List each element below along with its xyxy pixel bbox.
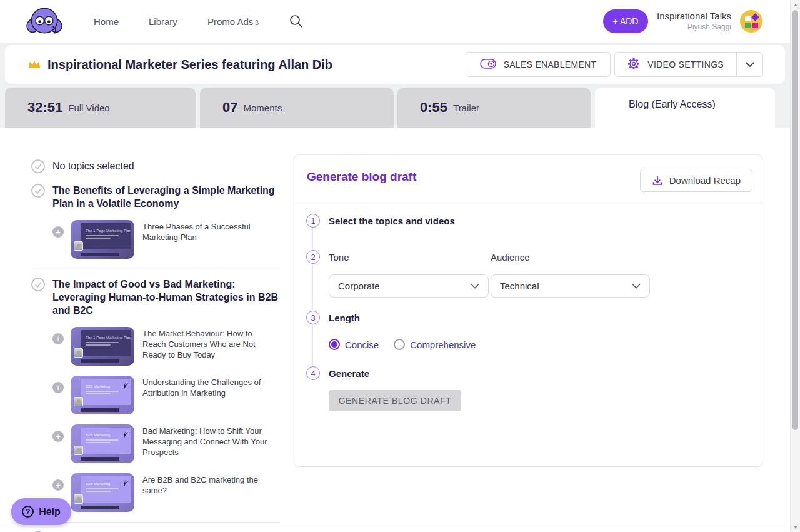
nav-links: Home Library Promo Adsβ bbox=[94, 16, 259, 27]
tone-select-value: Corporate bbox=[338, 281, 380, 291]
thumbnail-slide-line bbox=[86, 488, 119, 489]
video-thumbnail[interactable]: The 1-Page Marketing Plan bbox=[71, 220, 134, 259]
tab-moments[interactable]: 07 Moments bbox=[200, 88, 394, 128]
video-thumbnail[interactable]: B2B Marketing bbox=[71, 473, 134, 512]
tab-trailer[interactable]: 0:55 Trailer bbox=[398, 88, 591, 128]
thumbnail-banner bbox=[81, 457, 119, 461]
topic-check-icon[interactable] bbox=[31, 278, 45, 291]
download-icon bbox=[652, 175, 663, 186]
video-settings-button[interactable]: VIDEO SETTINGS bbox=[615, 53, 736, 76]
avatar[interactable] bbox=[740, 10, 762, 33]
tab-full-video-duration: 32:51 bbox=[28, 99, 62, 116]
generate-blog-draft-button[interactable]: GENERATE BLOG DRAFT bbox=[329, 390, 461, 411]
thumbnail-slide: The 1-Page Marketing Plan bbox=[81, 330, 131, 356]
tone-select[interactable]: Corporate bbox=[329, 274, 489, 298]
step-2-badge: 2 bbox=[306, 250, 320, 264]
video-settings-chevron-button[interactable] bbox=[736, 53, 762, 76]
toggle-icon bbox=[480, 59, 496, 71]
nav-library[interactable]: Library bbox=[149, 16, 178, 27]
card-title: Generate blog draft bbox=[307, 170, 416, 184]
beta-badge: β bbox=[255, 19, 259, 26]
thumbnail-slide-line bbox=[86, 344, 111, 346]
download-recap-label: Download Recap bbox=[669, 175, 741, 186]
search-icon[interactable] bbox=[289, 14, 304, 29]
add-video-button[interactable]: + bbox=[52, 382, 64, 393]
chevron-down-icon bbox=[632, 283, 641, 289]
lightning-icon bbox=[121, 478, 129, 486]
avatar-square-purple bbox=[751, 13, 759, 21]
thumbnail-slide-line bbox=[86, 238, 111, 239]
scrollbar: ▲ ▼ bbox=[790, 0, 800, 532]
step-3-badge: 3 bbox=[306, 311, 320, 324]
topic-header: The Benefits of Leveraging a Simple Mark… bbox=[31, 184, 294, 210]
topic-divider bbox=[31, 269, 280, 269]
video-item: +B2B MarketingBad Marketing: How to Shif… bbox=[31, 424, 294, 463]
thumbnail-slide-line bbox=[86, 342, 119, 343]
audience-label: Audience bbox=[491, 252, 530, 263]
question-mark-icon: ? bbox=[22, 506, 34, 518]
add-video-button[interactable]: + bbox=[52, 226, 64, 238]
video-item: +The 1-Page Marketing PlanThree Phases o… bbox=[31, 220, 294, 259]
add-video-button[interactable]: + bbox=[52, 479, 64, 491]
video-thumbnail[interactable]: B2B Marketing bbox=[71, 424, 134, 463]
thumbnail-slide-line bbox=[86, 391, 119, 392]
topic-check-icon[interactable] bbox=[31, 184, 45, 198]
thumbnail-banner bbox=[81, 253, 119, 256]
page-title: Inspirational Marketer Series featuring … bbox=[48, 58, 332, 72]
topic-group: The Impact of Good vs Bad Marketing: Lev… bbox=[31, 278, 294, 512]
video-item: +The 1-Page Marketing PlanThe Market Beh… bbox=[31, 327, 294, 366]
sales-enablement-button[interactable]: SALES ENABLEMENT bbox=[466, 52, 611, 77]
thumbnail-slide-line bbox=[86, 393, 111, 394]
radio-comprehensive[interactable] bbox=[394, 339, 405, 350]
tab-trailer-duration: 0:55 bbox=[420, 99, 448, 116]
thumbnail-banner bbox=[81, 506, 119, 509]
radio-comprehensive-label[interactable]: Comprehensive bbox=[410, 339, 476, 350]
tab-blog[interactable]: Blog (Early Access) bbox=[595, 88, 775, 128]
title-bar-buttons: SALES ENABLEMENT VIDEO bbox=[466, 52, 763, 77]
scrollbar-thumb[interactable] bbox=[792, 10, 798, 430]
download-recap-button[interactable]: Download Recap bbox=[640, 169, 752, 192]
audience-select[interactable]: Technical bbox=[491, 274, 650, 298]
thumbnail-speaker bbox=[74, 241, 83, 251]
step-4-label: Generate bbox=[329, 368, 369, 379]
nav-right: + ADD Inspirational Talks Piyush Saggi bbox=[603, 9, 762, 33]
video-thumbnail[interactable]: B2B Marketing bbox=[71, 376, 134, 414]
topics-list: The Benefits of Leveraging a Simple Mark… bbox=[31, 184, 294, 532]
workspace-info: Inspirational Talks Piyush Saggi bbox=[657, 11, 731, 32]
thumbnail-banner bbox=[81, 359, 119, 363]
lightning-icon bbox=[121, 429, 129, 437]
add-button[interactable]: + ADD bbox=[603, 9, 648, 33]
card-divider bbox=[294, 204, 762, 204]
step-1-badge: 1 bbox=[306, 214, 320, 228]
nav-promo-ads[interactable]: Promo Adsβ bbox=[208, 16, 259, 27]
video-settings-label: VIDEO SETTINGS bbox=[648, 59, 724, 69]
step-connector-line bbox=[312, 228, 313, 366]
help-button[interactable]: ? Help bbox=[11, 498, 71, 525]
nav-home[interactable]: Home bbox=[94, 16, 119, 27]
thumbnail-slide-line bbox=[86, 439, 119, 441]
thumbnail-slide: B2B Marketing bbox=[81, 379, 131, 405]
add-video-button[interactable]: + bbox=[52, 333, 64, 344]
add-video-button[interactable]: + bbox=[52, 431, 64, 442]
tab-bar: 32:51 Full Video 07 Moments 0:55 Trailer… bbox=[0, 88, 790, 128]
thumbnail-slide: B2B Marketing bbox=[81, 428, 131, 454]
video-title: The Market Behaviour: How to Reach Custo… bbox=[142, 328, 271, 366]
main-content: No topics selected The Benefits of Lever… bbox=[0, 128, 790, 532]
tab-full-video-label: Full Video bbox=[68, 103, 109, 113]
video-item: +B2B MarketingUnderstanding the Challeng… bbox=[31, 376, 294, 414]
tab-blog-label: Blog (Early Access) bbox=[629, 99, 716, 110]
topic-group: The Benefits of Leveraging a Simple Mark… bbox=[31, 184, 294, 259]
workspace-name[interactable]: Inspirational Talks bbox=[657, 11, 731, 23]
tab-full-video[interactable]: 32:51 Full Video bbox=[5, 88, 196, 128]
check-circle-icon[interactable] bbox=[31, 159, 45, 173]
app-logo-icon[interactable] bbox=[26, 6, 62, 37]
scrollbar-up-arrow[interactable]: ▲ bbox=[791, 2, 800, 8]
thumbnail-slide: The 1-Page Marketing Plan bbox=[81, 223, 131, 249]
video-thumbnail[interactable]: The 1-Page Marketing Plan bbox=[71, 327, 134, 366]
chevron-down-icon bbox=[471, 283, 479, 289]
crown-icon bbox=[28, 59, 41, 70]
radio-concise[interactable] bbox=[329, 339, 340, 350]
sales-enablement-label: SALES ENABLEMENT bbox=[504, 59, 597, 69]
radio-concise-label[interactable]: Concise bbox=[345, 339, 379, 350]
scrollbar-down-arrow[interactable]: ▼ bbox=[791, 524, 800, 530]
